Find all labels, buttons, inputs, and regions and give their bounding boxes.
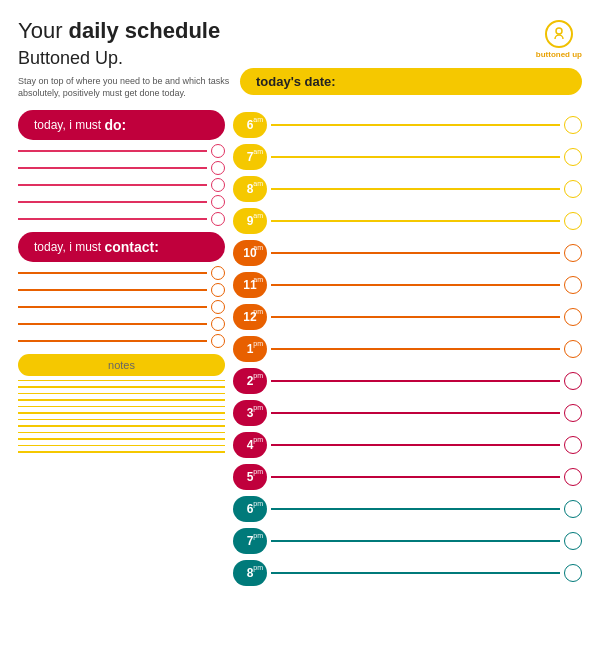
time-row: 4 pm [233, 430, 582, 460]
time-line [271, 284, 560, 286]
time-circle [564, 468, 582, 486]
do-task-lines [18, 144, 225, 226]
time-line [271, 252, 560, 254]
task-line [18, 283, 225, 297]
time-line [271, 188, 560, 190]
task-line [18, 144, 225, 158]
time-line [271, 348, 560, 350]
contact-label: today, i must contact: [18, 232, 225, 262]
time-bubble: 4 pm [233, 432, 267, 458]
time-line [271, 316, 560, 318]
time-line [271, 572, 560, 574]
time-line [271, 380, 560, 382]
time-line [271, 508, 560, 510]
time-circle [564, 340, 582, 358]
time-row: 6 pm [233, 494, 582, 524]
page: Your daily schedule Buttoned Up. Stay on… [0, 0, 600, 648]
page-title: Your daily schedule Buttoned Up. [18, 18, 238, 71]
logo-text: buttoned up [536, 50, 582, 59]
time-bubble: 10 am [233, 240, 267, 266]
time-row: 10 am [233, 238, 582, 268]
time-row: 1 pm [233, 334, 582, 364]
time-bubble: 12 pm [233, 304, 267, 330]
time-bubble: 5 pm [233, 464, 267, 490]
time-line [271, 476, 560, 478]
schedule: 6 am 7 am 8 am 9 am 10 am [233, 110, 582, 648]
task-line [18, 334, 225, 348]
time-bubble: 8 pm [233, 560, 267, 586]
svg-point-0 [556, 28, 562, 34]
time-row: 6 am [233, 110, 582, 140]
time-circle [564, 404, 582, 422]
time-bubble: 6 pm [233, 496, 267, 522]
time-circle [564, 212, 582, 230]
time-circle [564, 500, 582, 518]
time-line [271, 412, 560, 414]
task-line [18, 178, 225, 192]
time-circle [564, 564, 582, 582]
do-label: today, i must do: [18, 110, 225, 140]
task-line [18, 300, 225, 314]
logo-icon [545, 20, 573, 48]
time-circle [564, 436, 582, 454]
time-bubble: 9 am [233, 208, 267, 234]
time-row: 12 pm [233, 302, 582, 332]
time-circle [564, 244, 582, 262]
task-line [18, 317, 225, 331]
time-bubble: 11 am [233, 272, 267, 298]
time-row: 3 pm [233, 398, 582, 428]
time-line [271, 124, 560, 126]
time-line [271, 540, 560, 542]
task-line [18, 266, 225, 280]
time-circle [564, 116, 582, 134]
time-row: 5 pm [233, 462, 582, 492]
time-line [271, 156, 560, 158]
time-bubble: 1 pm [233, 336, 267, 362]
task-line [18, 161, 225, 175]
notes-section: notes [18, 354, 225, 453]
time-row: 8 pm [233, 558, 582, 588]
time-circle [564, 308, 582, 326]
date-bar[interactable]: today's date: [240, 68, 582, 95]
time-bubble: 7 am [233, 144, 267, 170]
time-row: 7 am [233, 142, 582, 172]
main-layout: today, i must do: today, i must contact: [18, 110, 582, 648]
time-circle [564, 372, 582, 390]
time-bubble: 6 am [233, 112, 267, 138]
task-line [18, 212, 225, 226]
contact-task-lines [18, 266, 225, 348]
time-row: 9 am [233, 206, 582, 236]
time-row: 2 pm [233, 366, 582, 396]
time-bubble: 3 pm [233, 400, 267, 426]
time-bubble: 2 pm [233, 368, 267, 394]
time-row: 8 am [233, 174, 582, 204]
time-bubble: 7 pm [233, 528, 267, 554]
left-panel: today, i must do: today, i must contact: [18, 110, 233, 648]
notes-label: notes [18, 354, 225, 376]
logo-svg [551, 26, 567, 42]
header-left: Your daily schedule Buttoned Up. Stay on… [18, 18, 238, 100]
time-row: 7 pm [233, 526, 582, 556]
time-bubble: 8 am [233, 176, 267, 202]
task-line [18, 195, 225, 209]
time-circle [564, 148, 582, 166]
time-circle [564, 276, 582, 294]
time-circle [564, 532, 582, 550]
time-line [271, 444, 560, 446]
time-row: 11 am [233, 270, 582, 300]
time-circle [564, 180, 582, 198]
subtitle: Stay on top of where you need to be and … [18, 75, 238, 100]
logo: buttoned up [536, 20, 582, 59]
time-line [271, 220, 560, 222]
